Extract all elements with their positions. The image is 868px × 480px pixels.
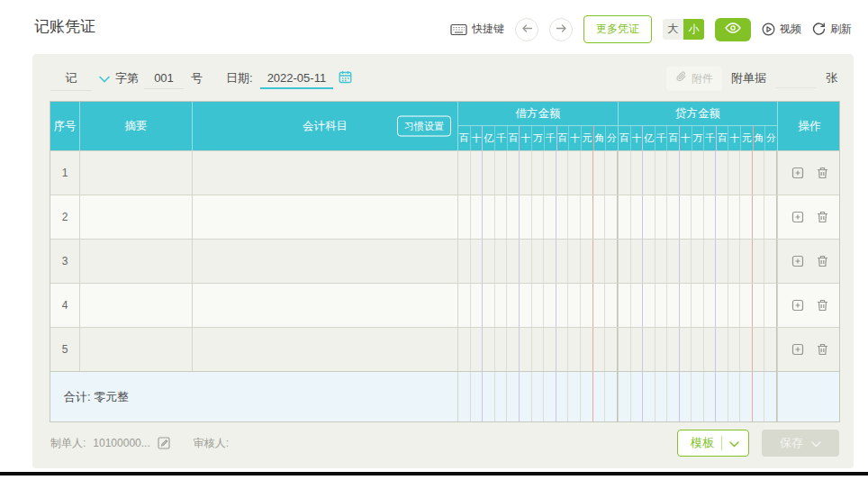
digit-grid-cell — [667, 284, 680, 327]
shortcut-keys-label: 快捷键 — [472, 22, 504, 37]
digit-grid-cell — [740, 240, 753, 283]
digit-grid-cell — [716, 284, 728, 327]
digit-grid-cell — [568, 151, 581, 195]
digit-grid-cell — [692, 328, 704, 371]
summary-input[interactable] — [80, 151, 193, 195]
debit-amount-grid[interactable] — [458, 151, 619, 195]
refresh-button[interactable]: 刷新 — [812, 22, 852, 37]
digit-grid-cell — [619, 284, 631, 327]
digit-grid-cell — [483, 240, 495, 283]
digit-scale-cell: 千 — [656, 126, 668, 150]
digit-grid-cell — [544, 284, 556, 327]
summary-input[interactable] — [80, 284, 193, 327]
shortcut-keys-button[interactable]: 快捷键 — [450, 22, 504, 37]
digit-scale-cell: 百 — [667, 126, 680, 150]
attachment-button[interactable]: 附件 — [666, 67, 722, 91]
debit-amount-grid[interactable] — [458, 284, 619, 327]
digit-grid-cell — [631, 328, 644, 371]
digit-grid-cell — [471, 284, 484, 327]
video-label: 视频 — [780, 22, 801, 37]
digit-scale-cell: 十 — [631, 126, 644, 150]
more-vouchers-button[interactable]: 更多凭证 — [583, 15, 652, 43]
row-index: 2 — [50, 195, 80, 239]
add-row-icon[interactable] — [791, 255, 804, 267]
digit-scale-cell: 万 — [692, 126, 705, 150]
voucher-number-input[interactable]: 001 — [144, 68, 184, 89]
digit-scale-cell: 元 — [741, 126, 754, 150]
delete-row-icon[interactable] — [817, 343, 828, 356]
habit-settings-button[interactable]: 习惯设置 — [397, 116, 451, 137]
credit-amount-grid[interactable] — [619, 284, 778, 327]
digit-grid-cell — [631, 284, 644, 327]
add-row-icon[interactable] — [791, 299, 804, 312]
voucher-panel: 记 字第 001 号 日期: 2022-05-11 附件 附单据 张 序号 — [32, 54, 854, 468]
digit-grid-cell — [643, 195, 656, 239]
voucher-word-select[interactable]: 记 — [50, 67, 92, 91]
digit-grid-cell — [656, 151, 668, 195]
digit-grid-cell — [544, 328, 556, 371]
prev-voucher-button[interactable] — [515, 18, 538, 41]
digit-grid-cell — [764, 328, 777, 371]
credit-amount-grid[interactable] — [619, 240, 778, 283]
save-button[interactable]: 保存 — [762, 430, 839, 457]
digit-grid-cell — [704, 240, 717, 283]
account-input[interactable] — [193, 151, 458, 195]
credit-amount-grid[interactable] — [619, 151, 778, 195]
delete-row-icon[interactable] — [817, 299, 828, 312]
account-input[interactable] — [193, 195, 458, 239]
template-button[interactable]: 模板 — [677, 430, 749, 457]
delete-row-icon[interactable] — [817, 255, 828, 267]
digit-grid-cell — [667, 151, 680, 195]
debit-amount-grid[interactable] — [458, 328, 619, 371]
digit-scale-cell: 十 — [520, 126, 532, 150]
digit-grid-cell — [568, 284, 581, 327]
voucher-word-suffix-label: 字第 — [115, 70, 139, 86]
digit-grid-cell — [471, 372, 484, 421]
account-input[interactable] — [193, 240, 458, 283]
account-input[interactable] — [193, 284, 458, 327]
delete-row-icon[interactable] — [817, 167, 828, 179]
summary-input[interactable] — [80, 240, 193, 283]
digit-grid-cell — [568, 372, 581, 421]
digit-grid-cell — [483, 372, 495, 421]
digit-grid-cell — [619, 151, 631, 195]
summary-input[interactable] — [80, 328, 193, 371]
digit-grid-cell — [656, 240, 668, 283]
debit-amount-grid[interactable] — [458, 240, 619, 283]
credit-amount-grid[interactable] — [619, 195, 778, 239]
digit-grid-cell — [716, 240, 728, 283]
account-input[interactable] — [193, 328, 458, 371]
digit-grid-cell — [740, 284, 753, 327]
visibility-toggle-button[interactable] — [715, 18, 751, 41]
digit-grid-cell — [631, 372, 644, 421]
font-size-large-button[interactable]: 大 — [663, 19, 683, 40]
add-row-icon[interactable] — [791, 343, 804, 356]
digit-scale-cell: 角 — [754, 126, 766, 150]
calendar-icon[interactable] — [339, 70, 352, 86]
add-row-icon[interactable] — [791, 167, 804, 179]
date-input[interactable]: 2022-05-11 — [260, 68, 334, 89]
digit-grid-cell — [753, 151, 765, 195]
video-button[interactable]: 视频 — [762, 22, 801, 37]
debit-digit-scale: 百十亿千百十万千百十元角分 — [458, 126, 618, 150]
digit-grid-cell — [716, 151, 728, 195]
next-voucher-button[interactable] — [549, 18, 573, 41]
credit-amount-grid[interactable] — [619, 328, 778, 371]
debit-amount-grid[interactable] — [458, 195, 619, 239]
edit-icon[interactable] — [158, 437, 170, 449]
digit-grid-cell — [764, 151, 777, 195]
delete-row-icon[interactable] — [817, 211, 828, 223]
digit-grid-cell — [680, 284, 692, 327]
attached-docs-count-input[interactable] — [775, 68, 817, 88]
summary-input[interactable] — [80, 195, 193, 239]
digit-grid-cell — [458, 284, 471, 327]
digit-grid-cell — [680, 151, 692, 195]
digit-scale-cell: 亿 — [643, 126, 656, 150]
digit-grid-cell — [520, 372, 532, 421]
font-size-small-button[interactable]: 小 — [683, 19, 704, 40]
add-row-icon[interactable] — [791, 211, 804, 223]
digit-scale-cell: 角 — [594, 126, 607, 150]
digit-scale-cell: 千 — [495, 126, 508, 150]
chevron-down-icon[interactable] — [99, 72, 110, 86]
digit-grid-cell — [605, 284, 618, 327]
